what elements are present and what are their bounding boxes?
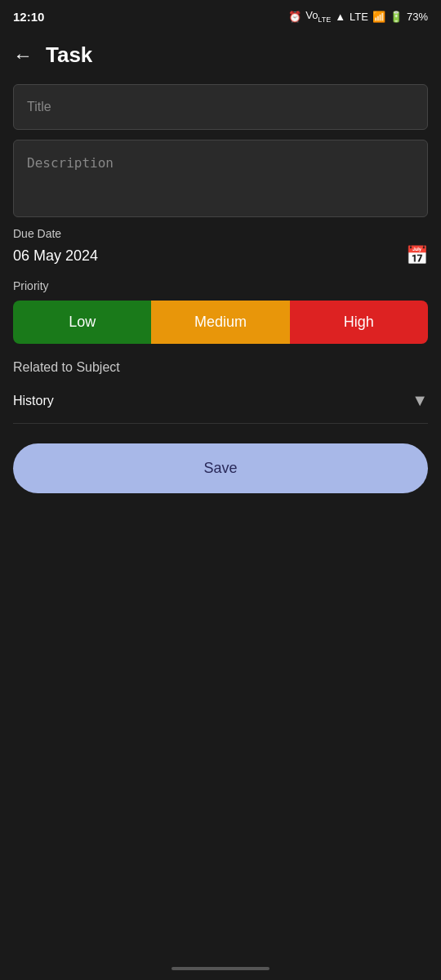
status-icons: ⏰ VoLTE ▲ LTE 📶 🔋 73%	[288, 9, 428, 24]
lte-icon: LTE	[350, 11, 368, 23]
due-date-label: Due Date	[13, 227, 428, 240]
due-date-row[interactable]: 06 May 2024 📅	[13, 245, 428, 266]
back-button[interactable]: ←	[13, 46, 33, 65]
alarm-icon: ⏰	[288, 11, 301, 23]
due-date-value: 06 May 2024	[13, 247, 98, 265]
battery-icon: 🔋	[390, 11, 403, 23]
dropdown-text: History	[13, 394, 54, 408]
subject-dropdown[interactable]: History ▼	[13, 388, 428, 424]
status-bar: 12:10 ⏰ VoLTE ▲ LTE 📶 🔋 73%	[0, 0, 441, 33]
priority-high-button[interactable]: High	[290, 301, 428, 344]
signal-icon: 📶	[372, 11, 385, 23]
priority-group: Low Medium High	[13, 301, 428, 344]
calendar-icon[interactable]: 📅	[406, 245, 428, 266]
bottom-nav-indicator	[172, 967, 270, 970]
page-title: Task	[46, 42, 92, 68]
header: ← Task	[0, 33, 441, 78]
description-input[interactable]	[13, 140, 428, 217]
priority-low-button[interactable]: Low	[13, 301, 151, 344]
battery-percent: 73%	[407, 11, 428, 23]
related-label: Related to Subject	[13, 360, 428, 375]
wifi-icon: ▲	[335, 11, 345, 23]
content-area: Due Date 06 May 2024 📅 Priority Low Medi…	[0, 78, 441, 500]
network-icon: VoLTE	[305, 9, 331, 24]
save-button[interactable]: Save	[13, 443, 428, 493]
priority-medium-button[interactable]: Medium	[151, 301, 289, 344]
chevron-down-icon: ▼	[412, 391, 428, 410]
title-input[interactable]	[13, 84, 428, 130]
status-time: 12:10	[13, 10, 44, 24]
priority-label: Priority	[13, 279, 428, 292]
